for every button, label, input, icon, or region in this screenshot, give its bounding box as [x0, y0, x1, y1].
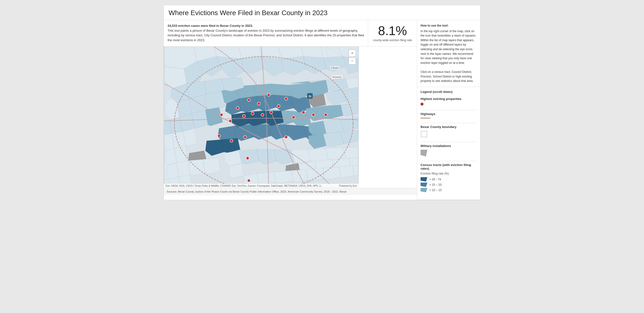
info-bar: 24,533 eviction cases were filed in Bexa…	[164, 20, 417, 46]
legend-item-military	[420, 150, 477, 156]
svg-point-137	[247, 179, 250, 182]
map-label-cibolo: Cibolo	[330, 66, 339, 69]
map-attribution: Esri, NASA, NGA, USGS | Texas Parks & Wi…	[164, 184, 359, 188]
main-container: Where Evictions Were Filed in Bexar Coun…	[164, 5, 480, 200]
svg-point-118	[257, 102, 260, 105]
map-container[interactable]: 35	[164, 46, 359, 188]
title-bar: Where Evictions Were Filed in Bexar Coun…	[164, 5, 480, 20]
military-title: Military installations	[420, 144, 477, 148]
census-swatch-high	[420, 177, 428, 182]
boundary-polygon-icon	[420, 131, 428, 137]
how-to-box: How to use the tool: In the top right co…	[417, 20, 480, 87]
svg-point-117	[247, 98, 250, 101]
svg-marker-95	[177, 161, 190, 177]
boundary-title: Bexar County boundary	[420, 125, 477, 129]
how-to-title: How to use the tool:	[420, 23, 477, 28]
separator-2	[420, 123, 477, 123]
svg-marker-108	[291, 169, 308, 183]
main-content: 24,533 eviction cases were filed in Bexa…	[164, 20, 480, 200]
census-item-mid: > 15 – 20	[420, 183, 477, 187]
zoom-out-button[interactable]: −	[348, 57, 356, 65]
svg-marker-107	[274, 171, 293, 184]
left-column: 24,533 eviction cases were filed in Bexa…	[164, 20, 417, 200]
description-box: 24,533 eviction cases were filed in Bexa…	[164, 20, 368, 46]
svg-point-126	[229, 119, 232, 122]
census-item-high: > 20 - 74	[420, 177, 477, 182]
svg-point-136	[324, 113, 327, 116]
svg-point-124	[261, 113, 264, 116]
census-swatch-low	[420, 188, 428, 192]
svg-point-120	[277, 105, 280, 107]
sources-text: Sources: Bexar County Justice of the Pea…	[166, 190, 347, 193]
legend-section-military: Military installations	[420, 144, 477, 156]
legend-section-boundary: Bexar County boundary	[420, 125, 477, 137]
svg-point-119	[267, 93, 270, 96]
svg-point-133	[312, 113, 315, 116]
legend-section-highways: Highways	[420, 112, 477, 118]
separator-4	[420, 161, 477, 161]
svg-marker-106	[257, 172, 276, 185]
svg-point-121	[285, 97, 288, 100]
attribution-right: Powered by Esri	[339, 185, 357, 187]
svg-point-131	[292, 116, 295, 119]
svg-point-116	[236, 106, 239, 109]
census-item-low: > 10 – 15	[420, 188, 477, 192]
stat-label: county-wide eviction filing rate	[373, 38, 412, 42]
svg-marker-110	[323, 167, 341, 179]
svg-marker-94	[166, 163, 179, 179]
highway-line-icon	[420, 118, 430, 118]
census-label-mid: > 15 – 20	[429, 183, 442, 187]
svg-marker-97	[203, 158, 220, 174]
census-subtitle: Eviction filing rate (%)	[420, 172, 477, 175]
svg-point-135	[246, 157, 249, 160]
separator-1	[420, 110, 477, 110]
page-title: Where Evictions Were Filed in Bexar Coun…	[168, 9, 476, 17]
svg-marker-141	[421, 131, 427, 137]
stat-box: 8.1% county-wide eviction filing rate	[368, 20, 417, 46]
legend-item-highway	[420, 118, 477, 118]
census-swatch-mid	[420, 183, 428, 187]
stat-number: 8.1%	[378, 24, 407, 37]
svg-point-125	[270, 111, 273, 114]
description-body: This tool paints a picture of Bexar Coun…	[168, 28, 364, 43]
military-polygon-icon	[420, 150, 428, 156]
svg-point-129	[230, 139, 233, 142]
map-svg[interactable]: 35	[164, 46, 359, 188]
svg-point-132	[302, 111, 305, 114]
svg-marker-87	[239, 149, 259, 164]
sources-bar: Sources: Bexar County Justice of the Pea…	[164, 188, 417, 195]
highways-title: Highways	[420, 112, 477, 116]
legend-item-dot	[420, 103, 477, 106]
census-label-low: > 10 – 15	[429, 188, 442, 192]
description-highlight: 24,533 eviction cases were filed in Bexa…	[168, 23, 364, 28]
separator-3	[420, 142, 477, 142]
legend-section-highest-evicting: Highest evicting properties	[420, 97, 477, 106]
svg-point-123	[251, 112, 254, 115]
eviction-dot-icon	[420, 103, 424, 106]
svg-point-134	[285, 136, 288, 138]
svg-text:35: 35	[308, 95, 312, 98]
legend-item-boundary	[420, 131, 477, 137]
attribution-left: Esri, NASA, NGA, USGS | Texas Parks & Wi…	[166, 185, 323, 187]
map-label-schertz: Schertz	[332, 75, 342, 79]
how-to-body: In the top right corner of the map, clic…	[420, 29, 477, 83]
highest-evicting-title: Highest evicting properties	[420, 97, 477, 101]
svg-marker-82	[323, 132, 344, 147]
svg-point-128	[218, 134, 220, 137]
zoom-in-button[interactable]: +	[348, 49, 356, 57]
census-label-high: > 20 - 74	[429, 178, 441, 181]
legend-box[interactable]: Legend (scroll down) Highest evicting pr…	[417, 87, 480, 200]
svg-point-122	[242, 115, 246, 117]
svg-point-130	[244, 136, 246, 138]
legend-title: Legend (scroll down)	[420, 90, 477, 94]
svg-point-127	[220, 113, 223, 116]
legend-section-census: Census tracts (with eviction filing rate…	[420, 163, 477, 192]
right-column: How to use the tool: In the top right co…	[417, 20, 480, 200]
census-title: Census tracts (with eviction filing rate…	[420, 163, 477, 170]
map-controls: + −	[348, 49, 356, 178]
